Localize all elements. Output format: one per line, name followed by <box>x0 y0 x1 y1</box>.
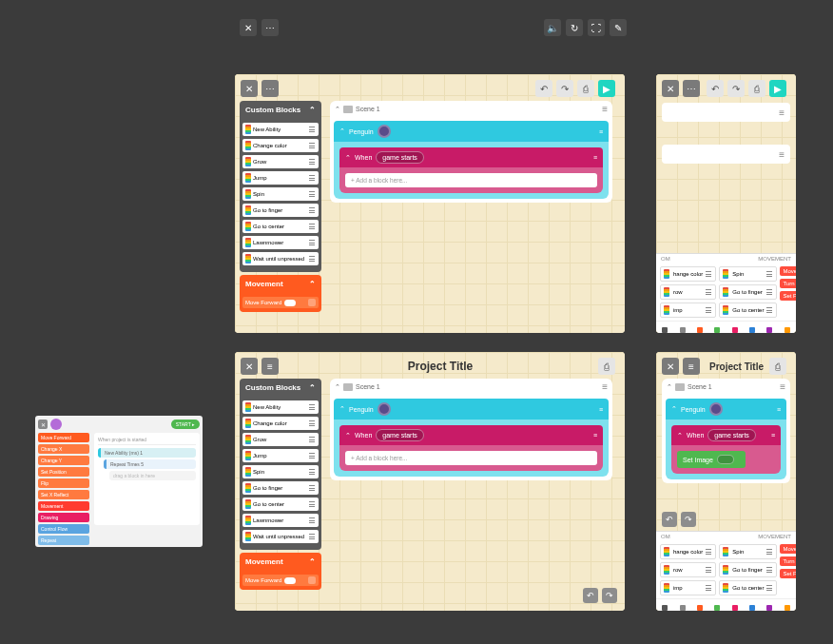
close-icon[interactable]: ✕ <box>241 358 258 375</box>
block-new-ability[interactable]: New Ability <box>242 123 319 136</box>
cat-icon[interactable] <box>662 327 668 333</box>
menu-icon[interactable]: ≡ <box>771 432 775 439</box>
more-icon[interactable]: ⋯ <box>262 19 279 36</box>
tray-block[interactable]: Move Forwa <box>780 544 796 554</box>
block-go-to-center[interactable]: Go to center <box>242 220 319 233</box>
tray-block[interactable]: hange color <box>660 544 716 559</box>
block[interactable]: Set X Reflect <box>38 490 89 499</box>
close-icon[interactable]: ✕ <box>38 420 48 429</box>
close-icon[interactable]: ✕ <box>662 358 679 375</box>
cat-icon[interactable] <box>766 605 772 611</box>
cat-icon[interactable] <box>680 605 686 611</box>
block-wait-unpressed[interactable]: Wait until unpressed <box>242 252 319 265</box>
block-grow[interactable]: Grow <box>242 155 319 168</box>
start-button[interactable]: START ▸ <box>171 420 200 429</box>
block-lawnmower[interactable]: Lawnmower <box>242 514 319 527</box>
redo-icon[interactable]: ↷ <box>602 588 617 603</box>
cat-icon[interactable] <box>662 605 668 611</box>
close-icon[interactable]: ✕ <box>662 80 679 97</box>
when-event[interactable]: game starts <box>376 151 424 164</box>
block-spin[interactable]: Spin <box>242 187 319 201</box>
character-header[interactable]: ⌃ Penguin ≡ <box>334 121 609 142</box>
block-jump[interactable]: Jump <box>242 171 319 185</box>
block-set-image[interactable]: Set Image <box>677 451 746 468</box>
character-header[interactable]: ⌃ Penguin ≡ <box>666 399 786 420</box>
lines-icon[interactable]: ≡ <box>262 358 279 375</box>
chip-new-ability[interactable]: New Ability (ms) 1 <box>98 448 196 458</box>
block[interactable]: Flip <box>38 478 89 488</box>
restart-icon[interactable]: ↻ <box>566 19 583 36</box>
cat-icon[interactable] <box>697 605 703 611</box>
menu-icon[interactable]: ≡ <box>602 381 608 392</box>
block-wait-unpressed[interactable]: Wait until unpressed <box>242 530 319 543</box>
scene-header[interactable]: ⌃Scene 1 ≡ <box>330 101 612 117</box>
tray-block[interactable]: row <box>660 284 716 300</box>
block[interactable]: Move Forward <box>38 433 89 442</box>
tray-block[interactable]: Spin <box>719 544 777 559</box>
movement-header[interactable]: Movement ⌃ <box>240 275 321 293</box>
close-icon[interactable]: ✕ <box>240 19 257 36</box>
menu-icon[interactable]: ≡ <box>779 107 785 118</box>
custom-blocks-header[interactable]: Custom Blocks ⌃ <box>240 379 321 397</box>
block[interactable]: Change Y <box>38 456 89 465</box>
tray-block[interactable]: Turn degree <box>780 279 796 288</box>
chip-repeat[interactable]: Repeat Times 5 <box>104 459 196 469</box>
cat-icon[interactable] <box>697 327 703 333</box>
tray-block[interactable]: Go to center <box>719 580 777 595</box>
lines-icon[interactable]: ≡ <box>683 358 700 375</box>
print-icon[interactable]: ⎙ <box>769 358 786 375</box>
tray-block[interactable]: Go to center <box>719 302 777 318</box>
block-change-color[interactable]: Change color <box>242 417 319 430</box>
menu-icon[interactable]: ≡ <box>593 432 597 439</box>
cat-icon[interactable] <box>714 327 720 333</box>
menu-icon[interactable]: ≡ <box>593 154 597 161</box>
print-icon[interactable]: ⎙ <box>577 80 594 97</box>
control-header[interactable]: Control Flow <box>38 524 89 534</box>
tray-block[interactable]: row <box>660 562 716 577</box>
more-icon[interactable]: ⋯ <box>683 80 700 97</box>
undo-icon[interactable]: ↶ <box>583 588 598 603</box>
block-spin[interactable]: Spin <box>242 465 319 478</box>
cat-icon[interactable] <box>785 605 790 611</box>
tray-block[interactable]: Go to finger <box>719 284 777 300</box>
tray-block[interactable]: Set Position <box>780 291 796 301</box>
block-new-ability[interactable]: New Ability <box>242 400 319 414</box>
menu-icon[interactable]: ≡ <box>602 104 608 114</box>
close-icon[interactable]: ✕ <box>241 80 258 97</box>
cat-icon[interactable] <box>749 327 755 333</box>
menu-icon[interactable]: ≡ <box>779 149 785 160</box>
play-icon[interactable]: ▶ <box>769 80 786 97</box>
cat-icon[interactable] <box>766 327 772 333</box>
undo-icon[interactable]: ↶ <box>662 512 677 527</box>
tray-block[interactable]: Set Position <box>780 569 796 578</box>
redo-icon[interactable]: ↷ <box>681 512 696 527</box>
block[interactable]: Repeat <box>38 536 89 545</box>
print-icon[interactable]: ⎙ <box>598 358 615 375</box>
redo-icon[interactable]: ↷ <box>727 80 745 97</box>
tray-block[interactable]: imp <box>660 580 716 595</box>
block[interactable]: Change X <box>38 444 89 454</box>
menu-icon[interactable]: ≡ <box>780 381 785 392</box>
block-go-to-finger[interactable]: Go to finger <box>242 204 319 217</box>
menu-icon[interactable]: ≡ <box>599 128 603 135</box>
edit-icon[interactable]: ✎ <box>610 19 627 36</box>
block-move-forward[interactable]: Move Forward <box>242 575 319 586</box>
block-jump[interactable]: Jump <box>242 449 319 462</box>
cat-icon[interactable] <box>680 327 686 333</box>
block-move-forward[interactable]: Move Forward <box>242 297 319 308</box>
when-event[interactable]: game starts <box>707 429 756 441</box>
cat-icon[interactable] <box>749 605 755 611</box>
redo-icon[interactable]: ↷ <box>556 80 573 97</box>
rule-header[interactable]: ⌃ When game starts ≡ <box>339 147 603 167</box>
tray-block[interactable]: Move Forwa <box>780 266 796 276</box>
block[interactable]: Set Position <box>38 467 89 477</box>
avatar-icon[interactable] <box>50 419 62 430</box>
when-event[interactable]: game starts <box>376 429 424 441</box>
block-go-to-finger[interactable]: Go to finger <box>242 481 319 495</box>
cat-icon[interactable] <box>785 327 790 333</box>
custom-blocks-header[interactable]: Custom Blocks ⌃ <box>240 101 321 119</box>
tray-block[interactable]: hange color <box>660 266 716 282</box>
scene-header[interactable]: ⌃Scene 1 ≡ <box>330 379 612 395</box>
sound-icon[interactable]: 🔈 <box>544 19 561 36</box>
cat-icon[interactable] <box>714 605 720 611</box>
